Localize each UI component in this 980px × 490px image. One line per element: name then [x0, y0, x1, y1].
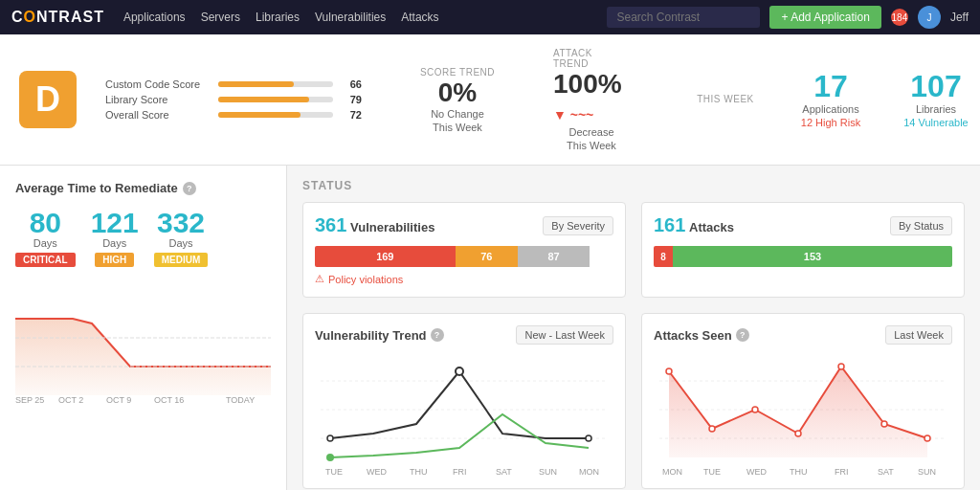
- svg-point-13: [586, 435, 591, 441]
- attacks-status-dropdown[interactable]: By Status: [890, 216, 952, 235]
- search-input[interactable]: [607, 7, 760, 28]
- nav-links: Applications Servers Libraries Vulnerabi…: [123, 11, 439, 24]
- applications-count: 17: [813, 71, 848, 101]
- attacks-seen-help-icon[interactable]: ?: [736, 328, 749, 342]
- nav-libraries[interactable]: Libraries: [256, 11, 300, 24]
- svg-text:SUN: SUN: [539, 467, 557, 477]
- libraries-count: 107: [910, 71, 961, 101]
- vuln-trend-help-icon[interactable]: ?: [431, 328, 444, 342]
- custom-code-score-row: Custom Code Score 66: [105, 78, 362, 90]
- vuln-progress-bar: 169 76 87: [315, 246, 613, 267]
- svg-text:SAT: SAT: [878, 467, 894, 477]
- libraries-sub: 14 Vulnerable: [903, 117, 968, 128]
- vuln-trend-header: Vulnerability Trend ? New - Last Week: [315, 325, 613, 345]
- overall-value: 72: [341, 109, 362, 121]
- this-week-label-block: THIS WEEK: [687, 94, 764, 106]
- svg-text:SAT: SAT: [496, 467, 512, 477]
- custom-code-bar: [218, 81, 294, 87]
- svg-text:MON: MON: [662, 467, 682, 477]
- vuln-card-header: 361 Vulnerabilities By Severity: [315, 214, 613, 236]
- attacks-bar-ok: 153: [673, 246, 952, 267]
- score-trend-value: 0%: [438, 79, 477, 106]
- right-panel: STATUS 361 Vulnerabilities By Severity 1…: [287, 166, 980, 490]
- navbar: CONTRAST Applications Servers Libraries …: [0, 0, 980, 34]
- score-trend-label: SCORE TREND: [420, 67, 495, 78]
- vuln-trend-title: Vulnerability Trend ?: [315, 328, 444, 343]
- applications-label: Applications: [802, 103, 858, 115]
- attacks-card: 161 Attacks By Status 8 153: [641, 202, 965, 298]
- overall-score-row: Overall Score 72: [105, 109, 362, 121]
- svg-point-14: [326, 454, 334, 461]
- scores-section: Custom Code Score 66 Library Score 79 Ov…: [105, 78, 362, 121]
- svg-point-12: [327, 435, 333, 441]
- attacks-seen-header: Attacks Seen ? Last Week: [654, 325, 952, 345]
- medium-days-label: Days: [168, 237, 192, 249]
- high-days-value: 121: [91, 209, 139, 237]
- remediate-help-icon[interactable]: ?: [183, 182, 196, 195]
- overall-bar: [218, 112, 301, 118]
- header-panel: D Custom Code Score 66 Library Score 79 …: [0, 34, 980, 166]
- medium-badge: MEDIUM: [154, 253, 209, 267]
- attack-trend-block: ATTACK TREND 100% ▼ ~~~ Decrease This We…: [553, 48, 630, 151]
- score-trend-block: SCORE TREND 0% No Change This Week: [419, 67, 496, 133]
- svg-point-26: [666, 368, 672, 374]
- critical-days-value: 80: [30, 209, 61, 237]
- vuln-bar-critical: 169: [315, 246, 456, 267]
- attacks-seen-dropdown[interactable]: Last Week: [885, 325, 952, 345]
- svg-text:FRI: FRI: [453, 467, 467, 477]
- attack-trend-sub2: This Week: [567, 140, 616, 151]
- applications-sub: 12 High Risk: [801, 117, 860, 128]
- svg-text:SEP 25: SEP 25: [15, 395, 44, 405]
- vuln-count: 361: [315, 214, 346, 235]
- svg-point-27: [709, 426, 715, 432]
- critical-days-label: Days: [33, 237, 57, 249]
- vuln-trend-dropdown[interactable]: New - Last Week: [516, 325, 613, 345]
- svg-point-30: [838, 364, 844, 369]
- attacks-seen-title: Attacks Seen ?: [654, 328, 749, 343]
- high-days-label: Days: [102, 237, 126, 249]
- libraries-label: Libraries: [916, 103, 956, 115]
- svg-point-28: [752, 407, 758, 412]
- svg-text:TUE: TUE: [703, 467, 721, 477]
- critical-badge: CRITICAL: [15, 253, 76, 267]
- attacks-seen-chart: MON TUE WED THU FRI SAT SUN: [654, 352, 952, 477]
- svg-marker-0: [15, 319, 271, 395]
- status-row: 361 Vulnerabilities By Severity 169 76 8…: [302, 202, 965, 298]
- vulnerabilities-card: 361 Vulnerabilities By Severity 169 76 8…: [302, 202, 626, 298]
- attacks-seen-card: Attacks Seen ? Last Week: [641, 313, 965, 489]
- svg-text:OCT 9: OCT 9: [106, 395, 131, 405]
- overall-label: Overall Score: [105, 109, 211, 121]
- grade-box: D: [19, 71, 77, 128]
- overall-bar-bg: [218, 112, 333, 118]
- svg-text:THU: THU: [410, 467, 428, 477]
- score-trend-sub2: This Week: [433, 122, 482, 133]
- remediation-chart: SEP 25 OCT 2 OCT 9 OCT 16 TODAY: [15, 280, 271, 405]
- notification-badge[interactable]: 184: [891, 9, 908, 26]
- high-metric: 121 Days HIGH: [91, 209, 139, 267]
- vuln-severity-dropdown[interactable]: By Severity: [543, 216, 613, 235]
- svg-point-31: [881, 421, 887, 427]
- nav-vulnerabilities[interactable]: Vulnerabilities: [315, 11, 386, 24]
- medium-days-value: 332: [157, 209, 205, 237]
- library-label: Library Score: [105, 94, 211, 105]
- svg-text:WED: WED: [746, 467, 767, 477]
- critical-metric: 80 Days CRITICAL: [15, 209, 76, 267]
- add-application-button[interactable]: + Add Application: [769, 6, 880, 29]
- custom-code-bar-bg: [218, 81, 333, 87]
- svg-point-29: [795, 431, 801, 436]
- medium-metric: 332 Days MEDIUM: [154, 209, 209, 267]
- nav-servers[interactable]: Servers: [201, 11, 240, 24]
- library-bar: [218, 97, 309, 102]
- svg-text:OCT 16: OCT 16: [154, 395, 184, 405]
- svg-text:WED: WED: [367, 467, 387, 477]
- svg-marker-25: [669, 367, 927, 457]
- custom-code-value: 66: [341, 78, 362, 90]
- nav-applications[interactable]: Applications: [123, 11, 186, 24]
- user-menu[interactable]: Jeff: [950, 11, 969, 24]
- nav-attacks[interactable]: Attacks: [401, 11, 438, 24]
- left-panel: Average Time to Remediate ? 80 Days CRIT…: [0, 166, 287, 490]
- status-title: STATUS: [302, 179, 965, 192]
- attacks-count: 161: [654, 214, 685, 235]
- svg-point-32: [924, 435, 930, 441]
- remediate-title: Average Time to Remediate ?: [15, 181, 271, 195]
